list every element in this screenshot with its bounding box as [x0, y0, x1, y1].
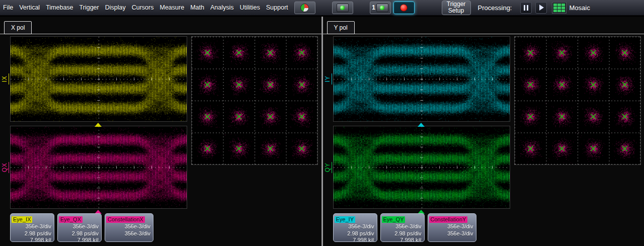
pause-button[interactable]: [520, 2, 532, 14]
descriptor-constellation-y[interactable]: ConstellationY 356e-3/div 356e-3/div: [428, 213, 476, 242]
descriptor-value: 7.998 k#: [335, 237, 376, 242]
descriptor-value: 356e-3/div: [335, 223, 376, 230]
timebase-clock-button[interactable]: [294, 2, 315, 14]
descriptor-value: 7.998 k#: [59, 237, 100, 242]
panel-frame-line: [0, 34, 321, 34]
menu-analysis[interactable]: Analysis: [207, 4, 237, 11]
descriptor-title: Eye_QX: [59, 216, 83, 223]
menu-cursors[interactable]: Cursors: [129, 4, 157, 11]
descriptor-value: 356e-3/div: [12, 223, 53, 230]
descriptor-value: 356e-3/div: [429, 230, 475, 237]
stop-record-icon: [400, 4, 408, 12]
eye-diagram-qy[interactable]: [333, 126, 510, 209]
scope-green-icon: [337, 4, 349, 12]
trigger-stop-button[interactable]: [393, 2, 415, 14]
panel-y-pol: Y pol IY QY Eye_IY 356e-3/div 2.98 ps/di…: [323, 17, 644, 246]
descriptor-value: 2.98 ps/div: [335, 230, 376, 237]
descriptor-eye-iy[interactable]: Eye_IY 356e-3/div 2.98 ps/div 7.998 k#: [333, 213, 377, 242]
constellation-y[interactable]: [514, 36, 641, 165]
descriptor-value: 356e-3/div: [429, 223, 475, 230]
clock-icon: [300, 4, 309, 12]
trace-label-ix: IX: [1, 73, 9, 85]
trigger-marker-ix[interactable]: [95, 123, 102, 127]
eye-diagram-qx[interactable]: [10, 126, 187, 209]
trigger-auto-button[interactable]: [332, 2, 353, 14]
oscilloscope-app: File Vertical Timebase Trigger Display C…: [0, 0, 644, 246]
menu-bar: File Vertical Timebase Trigger Display C…: [0, 0, 644, 16]
menu-file[interactable]: File: [0, 4, 16, 11]
pause-icon: [524, 5, 528, 11]
play-icon: [539, 5, 544, 11]
menu-timebase[interactable]: Timebase: [43, 4, 76, 11]
trace-label-qx: QX: [1, 162, 9, 173]
descriptor-title: ConstellationY: [429, 216, 468, 223]
constellation-x[interactable]: [191, 36, 318, 165]
single-count-label: 1: [372, 4, 375, 11]
trace-label-iy: IY: [324, 73, 332, 85]
panel-x-pol: X pol IX QX Eye_IX 356e-3/div 2.98 ps/di…: [0, 17, 321, 246]
panel-frame-line: [323, 34, 644, 34]
trace-label-qy: QY: [324, 162, 332, 173]
descriptor-value: 2.98 ps/div: [59, 230, 100, 237]
mosaic-grid-icon: [552, 2, 567, 14]
menu-support[interactable]: Support: [263, 4, 291, 11]
tab-x-pol[interactable]: X pol: [4, 21, 32, 34]
menu-math[interactable]: Math: [187, 4, 207, 11]
descriptor-row-x: Eye_IX 356e-3/div 2.98 ps/div 7.998 k# E…: [10, 213, 153, 242]
descriptor-eye-ix[interactable]: Eye_IX 356e-3/div 2.98 ps/div 7.998 k#: [10, 213, 54, 242]
eye-diagram-iy[interactable]: [333, 36, 510, 122]
descriptor-constellation-x[interactable]: ConstellationX 356e-3/div 356e-3/div: [105, 213, 153, 242]
mosaic-label: Mosaic: [569, 4, 590, 12]
menu-utilities[interactable]: Utilities: [236, 4, 263, 11]
descriptor-value: 7.998 k#: [12, 237, 53, 242]
descriptor-value: 356e-3/div: [382, 223, 423, 230]
menu-trigger[interactable]: Trigger: [76, 4, 102, 11]
descriptor-eye-qx[interactable]: Eye_QX 356e-3/div 2.98 ps/div 7.998 k#: [57, 213, 102, 242]
eye-diagram-ix[interactable]: [10, 36, 187, 122]
descriptor-value: 356e-3/div: [106, 230, 152, 237]
menu-vertical[interactable]: Vertical: [16, 4, 43, 11]
processing-label: Processing:: [478, 4, 512, 12]
descriptor-row-y: Eye_IY 356e-3/div 2.98 ps/div 7.998 k# E…: [333, 213, 476, 242]
descriptor-title: Eye_QY: [382, 216, 406, 223]
mosaic-panels: X pol IX QX Eye_IX 356e-3/div 2.98 ps/di…: [0, 17, 644, 246]
descriptor-value: 2.98 ps/div: [12, 230, 53, 237]
trigger-setup-line2: Setup: [448, 8, 464, 14]
trigger-marker-iy[interactable]: [418, 123, 425, 127]
descriptor-value: 356e-3/div: [106, 223, 152, 230]
trigger-setup-button[interactable]: Trigger Setup: [442, 1, 471, 15]
descriptor-value: 2.98 ps/div: [382, 230, 423, 237]
descriptor-value: 356e-3/div: [59, 223, 100, 230]
menu-display[interactable]: Display: [102, 4, 129, 11]
menu-measure[interactable]: Measure: [156, 4, 187, 11]
trigger-single-button[interactable]: 1: [370, 2, 391, 14]
scope-green-icon: [376, 4, 388, 12]
descriptor-title: ConstellationX: [106, 216, 145, 223]
mosaic-button[interactable]: Mosaic: [552, 2, 590, 14]
play-button[interactable]: [535, 2, 547, 14]
tab-y-pol[interactable]: Y pol: [327, 21, 355, 34]
descriptor-eye-qy[interactable]: Eye_QY 356e-3/div 2.98 ps/div 7.998 k#: [380, 213, 425, 242]
descriptor-value: 7.998 k#: [382, 237, 423, 242]
descriptor-title: Eye_IY: [335, 216, 355, 223]
descriptor-title: Eye_IX: [12, 216, 32, 223]
quick-toolbar: 1 Trigger Setup Processing: Mosaic: [291, 1, 590, 15]
